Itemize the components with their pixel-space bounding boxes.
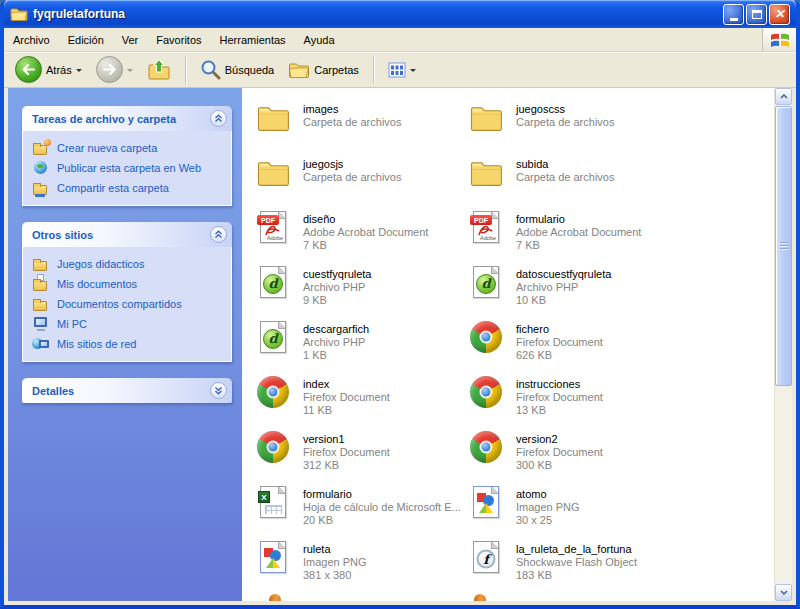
views-dropdown-caret[interactable]	[410, 69, 416, 75]
back-dropdown-caret[interactable]	[76, 69, 82, 75]
file-item-cuestfyqruleta[interactable]: d cuestfyqruleta Archivo PHP 9 KB	[256, 265, 469, 320]
excel-file-icon: X	[256, 485, 290, 519]
panel-file-tasks: Tareas de archivo y carpeta Crear nueva …	[22, 106, 232, 206]
scrollbar-thumb[interactable]	[775, 106, 792, 386]
toolbar: Atrás Búsqueda	[4, 52, 796, 88]
file-name: images	[303, 103, 401, 116]
file-type: Shockwave Flash Object	[516, 556, 637, 569]
partially-visible-file-icon[interactable]	[269, 594, 281, 601]
back-label: Atrás	[46, 64, 72, 76]
back-arrow-icon	[15, 56, 42, 83]
file-size: 381 x 380	[303, 569, 367, 582]
window-title: fyqruletafortuna	[33, 7, 723, 21]
search-button[interactable]: Búsqueda	[195, 56, 280, 83]
scroll-down-button[interactable]	[775, 584, 792, 601]
menu-herramientas[interactable]: Herramientas	[211, 28, 295, 51]
file-size: 11 KB	[303, 404, 390, 417]
file-item-instrucciones[interactable]: instrucciones Firefox Document 13 KB	[469, 375, 682, 430]
browser-file-icon	[256, 430, 290, 464]
sidebar-link-publicar-esta-carpeta-en-web[interactable]: Publicar esta carpeta en Web	[33, 161, 225, 175]
maximize-button[interactable]	[746, 4, 767, 25]
file-type: Carpeta de archivos	[516, 171, 614, 184]
panel-file-tasks-body: Crear nueva carpeta Publicar esta carpet…	[22, 131, 232, 206]
file-size: 312 KB	[303, 459, 390, 472]
task-sidebar: Tareas de archivo y carpeta Crear nueva …	[8, 88, 242, 601]
folders-button[interactable]: Carpetas	[283, 57, 364, 83]
views-grid-icon	[388, 62, 406, 78]
sidebar-link-compartir-esta-carpeta[interactable]: Compartir esta carpeta	[33, 181, 225, 195]
sidebar-link-label: Crear nueva carpeta	[57, 142, 157, 154]
file-item-version2[interactable]: version2 Firefox Document 300 KB	[469, 430, 682, 485]
sidebar-link-mi-pc[interactable]: Mi PC	[33, 317, 225, 331]
windows-flag-icon	[770, 32, 790, 48]
file-name: formulario	[516, 213, 641, 226]
browser-file-icon	[256, 375, 290, 409]
file-item-index[interactable]: index Firefox Document 11 KB	[256, 375, 469, 430]
file-item-formulario[interactable]: X formulario Hoja de cálculo de Microsof…	[256, 485, 469, 540]
back-button[interactable]: Atrás	[10, 53, 87, 86]
up-button[interactable]	[142, 55, 176, 85]
sidebar-link-label: Juegos didacticos	[57, 258, 144, 270]
browser-file-icon	[469, 320, 503, 354]
file-name: juegosjs	[303, 158, 401, 171]
file-type: Firefox Document	[516, 336, 603, 349]
menu-ayuda[interactable]: Ayuda	[295, 28, 344, 51]
sidebar-link-label: Documentos compartidos	[57, 298, 182, 310]
file-name: instrucciones	[516, 378, 603, 391]
panel-other-places-header[interactable]: Otros sitios	[22, 222, 232, 247]
file-item-formulario[interactable]: PDFAdobe formulario Adobe Acrobat Docume…	[469, 210, 682, 265]
file-item-fichero[interactable]: fichero Firefox Document 626 KB	[469, 320, 682, 375]
minimize-button[interactable]	[723, 4, 744, 25]
menu-ver[interactable]: Ver	[113, 28, 148, 51]
file-item-la-ruleta-de-la-fortuna[interactable]: f la_ruleta_de_la_fortuna Shockwave Flas…	[469, 540, 682, 595]
partially-visible-file-icon[interactable]	[474, 594, 486, 601]
close-button[interactable]: ✕	[769, 4, 790, 25]
window-folder-icon	[10, 6, 28, 22]
php-file-icon: d	[256, 265, 290, 299]
sidebar-link-documentos-compartidos[interactable]: Documentos compartidos	[33, 297, 225, 311]
menu-bar: Archivo Edición Ver Favoritos Herramient…	[4, 28, 796, 52]
menu-edicion[interactable]: Edición	[59, 28, 113, 51]
expand-chevron-down-icon[interactable]	[210, 382, 227, 399]
file-size: 7 KB	[303, 239, 428, 252]
sidebar-link-mis-documentos[interactable]: Mis documentos	[33, 277, 225, 291]
sidebar-link-mis-sitios-de-red[interactable]: Mis sitios de red	[33, 337, 225, 351]
file-name: la_ruleta_de_la_fortuna	[516, 543, 637, 556]
sidebar-link-crear-nueva-carpeta[interactable]: Crear nueva carpeta	[33, 141, 225, 155]
file-type: Firefox Document	[303, 391, 390, 404]
file-item-atomo[interactable]: atomo Imagen PNG 30 x 25	[469, 485, 682, 540]
sidebar-link-juegos-didacticos[interactable]: Juegos didacticos	[33, 257, 225, 271]
sidebar-link-label: Publicar esta carpeta en Web	[57, 162, 201, 174]
file-item-ruleta[interactable]: ruleta Imagen PNG 381 x 380	[256, 540, 469, 595]
file-name: ruleta	[303, 543, 367, 556]
views-button[interactable]	[383, 59, 421, 81]
my-computer-icon	[33, 317, 50, 331]
file-name: index	[303, 378, 390, 391]
folder-file-icon	[256, 155, 290, 189]
file-item-datoscuestfyqruleta[interactable]: d datoscuestfyqruleta Archivo PHP 10 KB	[469, 265, 682, 320]
forward-button[interactable]	[91, 53, 138, 86]
file-item-subida[interactable]: subida Carpeta de archivos	[469, 155, 682, 210]
panel-file-tasks-header[interactable]: Tareas de archivo y carpeta	[22, 106, 232, 131]
collapse-chevron-up-icon[interactable]	[210, 226, 227, 243]
collapse-chevron-up-icon[interactable]	[210, 110, 227, 127]
panel-details-header[interactable]: Detalles	[22, 378, 232, 403]
file-type: Imagen PNG	[303, 556, 367, 569]
file-item-version1[interactable]: version1 Firefox Document 312 KB	[256, 430, 469, 485]
file-name: diseño	[303, 213, 428, 226]
file-name: atomo	[516, 488, 580, 501]
my-documents-icon	[33, 277, 50, 291]
file-item-descargarfich[interactable]: d descargarfich Archivo PHP 1 KB	[256, 320, 469, 375]
menu-favoritos[interactable]: Favoritos	[147, 28, 210, 51]
file-grid: images Carpeta de archivos juegoscss Car…	[242, 88, 774, 601]
vertical-scrollbar[interactable]	[774, 88, 792, 601]
file-item-juegosjs[interactable]: juegosjs Carpeta de archivos	[256, 155, 469, 210]
file-item-diseño[interactable]: PDFAdobe diseño Adobe Acrobat Document 7…	[256, 210, 469, 265]
file-name: subida	[516, 158, 614, 171]
pdf-file-icon: PDFAdobe	[256, 210, 290, 244]
file-item-images[interactable]: images Carpeta de archivos	[256, 100, 469, 155]
main-area: Tareas de archivo y carpeta Crear nueva …	[8, 88, 792, 601]
file-item-juegoscss[interactable]: juegoscss Carpeta de archivos	[469, 100, 682, 155]
scroll-up-button[interactable]	[775, 88, 792, 105]
menu-archivo[interactable]: Archivo	[4, 28, 59, 51]
